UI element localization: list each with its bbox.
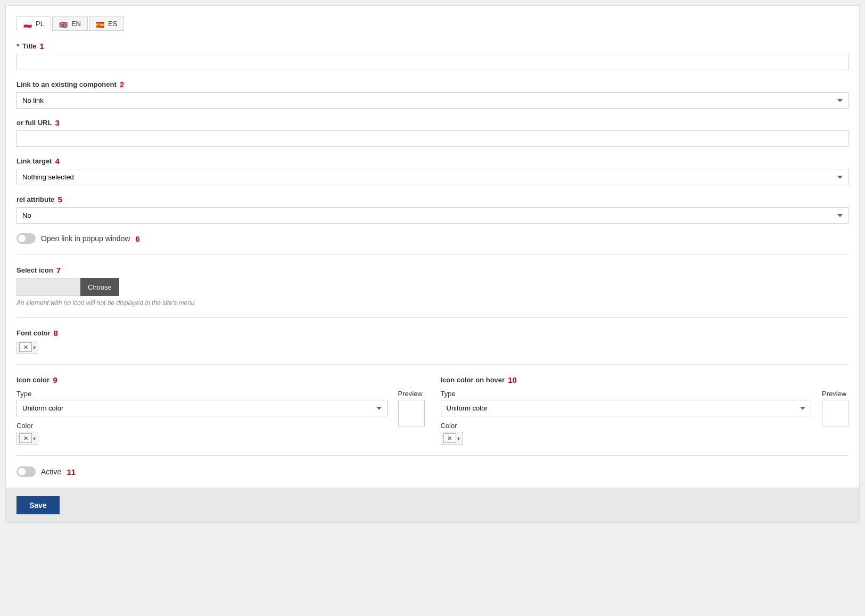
active-label-text: Active	[41, 467, 61, 476]
title-label: * Title 1	[17, 42, 848, 51]
icon-preview-box	[17, 278, 80, 296]
font-color-section: Font color 8 ▾	[17, 328, 848, 354]
icon-color-title: Icon color 9	[17, 375, 425, 384]
icon-color-hover-step: 10	[508, 375, 517, 384]
required-asterisk: *	[17, 42, 19, 50]
link-target-label-text: Link target	[17, 157, 52, 165]
full-url-label-text: or full URL	[17, 119, 52, 127]
select-icon-step: 7	[56, 266, 61, 275]
icon-color-section: Icon color 9 Type Uniform color Color ▾	[17, 375, 425, 445]
icon-color-hover-arrow: ▾	[457, 436, 460, 441]
flag-es: 🇪🇸	[96, 21, 105, 27]
icon-color-hover-type-col: Type Uniform color Color ▾	[441, 390, 812, 445]
language-tabs: 🇵🇱 PL 🇬🇧 EN 🇪🇸 ES	[17, 17, 848, 31]
select-icon-label: Select icon 7	[17, 266, 848, 275]
icon-select-row: Choose	[17, 278, 848, 296]
full-url-step: 3	[55, 118, 59, 127]
icon-hint-text: An element with no icon will not be disp…	[17, 299, 848, 307]
flag-pl: 🇵🇱	[23, 21, 33, 27]
icon-color-hover-label-text: Icon color on hover	[441, 376, 505, 384]
link-component-label-text: Link to an existing component	[17, 80, 117, 88]
active-section: Active 11	[17, 466, 848, 477]
lang-tab-es[interactable]: 🇪🇸 ES	[89, 17, 124, 31]
icon-color-type-col: Type Uniform color Color ▾	[17, 390, 388, 445]
popup-toggle-row: Open link in popup window 6	[17, 233, 848, 244]
popup-step: 6	[135, 234, 139, 243]
icon-color-type-select[interactable]: Uniform color	[17, 400, 388, 416]
rel-attribute-label-text: rel attribute	[17, 195, 55, 203]
link-target-select[interactable]: Nothing selected	[17, 169, 848, 185]
font-color-label-text: Font color	[17, 329, 51, 337]
divider-2	[17, 317, 848, 318]
link-component-step: 2	[120, 80, 124, 89]
icon-color-arrow: ▾	[33, 436, 36, 441]
popup-section: Open link in popup window 6	[17, 233, 848, 244]
icon-color-label-text: Icon color	[17, 376, 50, 384]
full-url-input[interactable]	[17, 130, 848, 147]
divider-3	[17, 364, 848, 365]
toggle-slider	[17, 233, 36, 244]
link-target-step: 4	[55, 157, 59, 166]
icon-color-hover-box	[443, 433, 456, 443]
icon-color-picker[interactable]: ▾	[17, 432, 38, 445]
font-color-arrow: ▾	[33, 344, 36, 350]
lang-label-pl: PL	[36, 20, 44, 28]
lang-label-es: ES	[108, 20, 117, 28]
link-component-section: Link to an existing component 2 No link	[17, 80, 848, 109]
font-color-picker[interactable]: ▾	[17, 341, 38, 354]
title-section: * Title 1	[17, 42, 848, 70]
font-color-box	[19, 342, 32, 352]
divider-4	[17, 455, 848, 456]
font-color-step: 8	[54, 328, 58, 338]
icon-color-box	[19, 433, 32, 443]
active-toggle-slider	[17, 466, 36, 477]
choose-icon-button[interactable]: Choose	[80, 278, 119, 296]
icon-color-hover-preview-col: Preview	[822, 390, 848, 426]
rel-attribute-section: rel attribute 5 No	[17, 195, 848, 224]
lang-tab-en[interactable]: 🇬🇧 EN	[52, 17, 88, 31]
icon-color-hover-title: Icon color on hover 10	[441, 375, 849, 384]
save-button[interactable]: Save	[17, 496, 60, 514]
link-target-section: Link target 4 Nothing selected	[17, 157, 848, 185]
divider-1	[17, 254, 848, 255]
rel-attribute-step: 5	[58, 195, 62, 204]
active-toggle-row: Active 11	[17, 466, 848, 477]
lang-label-en: EN	[71, 20, 81, 28]
icon-color-hover-preview-box	[822, 400, 848, 426]
link-target-label: Link target 4	[17, 157, 848, 166]
lang-tab-pl[interactable]: 🇵🇱 PL	[17, 17, 51, 31]
icon-color-type-label: Type	[17, 390, 388, 398]
icon-color-hover-color-label: Color	[441, 422, 812, 430]
icon-color-hover-type-label: Type	[441, 390, 812, 398]
icon-color-hover-preview-label: Preview	[822, 390, 848, 398]
active-step: 11	[67, 467, 76, 477]
icon-color-type-preview: Type Uniform color Color ▾ Preview	[17, 390, 425, 445]
select-icon-label-text: Select icon	[17, 266, 53, 274]
icon-color-step: 9	[53, 375, 57, 384]
icon-color-color-label: Color	[17, 422, 388, 430]
link-component-label: Link to an existing component 2	[17, 80, 848, 89]
icon-color-preview-col: Preview	[398, 390, 425, 426]
icon-color-hover-picker[interactable]: ▾	[441, 432, 463, 445]
popup-label-text: Open link in popup window	[41, 234, 130, 243]
rel-attribute-label: rel attribute 5	[17, 195, 848, 204]
icon-color-preview-label: Preview	[398, 390, 425, 398]
icon-color-hover-section: Icon color on hover 10 Type Uniform colo…	[441, 375, 849, 445]
title-label-text: Title	[22, 42, 37, 50]
icon-color-hover-type-select[interactable]: Uniform color	[441, 400, 812, 416]
font-color-label: Font color 8	[17, 328, 848, 338]
full-url-label: or full URL 3	[17, 118, 848, 127]
select-icon-section: Select icon 7 Choose An element with no …	[17, 266, 848, 307]
save-area: Save	[6, 488, 859, 522]
title-step: 1	[40, 42, 44, 51]
icon-color-hover-type-preview: Type Uniform color Color ▾ Preview	[441, 390, 849, 445]
title-input[interactable]	[17, 54, 848, 70]
icon-color-preview-box	[398, 400, 425, 426]
active-toggle[interactable]	[17, 466, 36, 477]
full-url-section: or full URL 3	[17, 118, 848, 147]
link-component-select[interactable]: No link	[17, 92, 848, 109]
popup-toggle[interactable]	[17, 233, 36, 244]
icon-color-row: Icon color 9 Type Uniform color Color ▾	[17, 375, 848, 445]
flag-en: 🇬🇧	[59, 21, 69, 27]
rel-attribute-select[interactable]: No	[17, 207, 848, 224]
